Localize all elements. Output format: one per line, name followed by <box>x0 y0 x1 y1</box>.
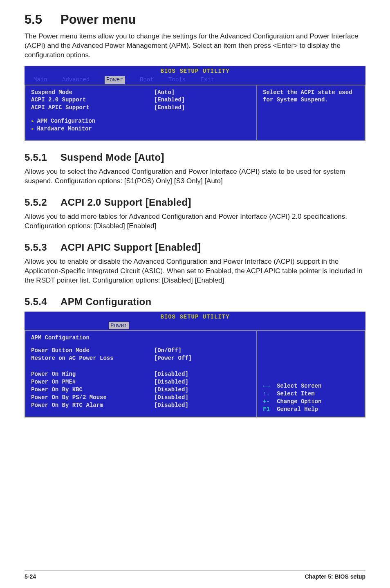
page-footer: 5-24 Chapter 5: BIOS setup <box>25 570 365 580</box>
bios-row-value: [Disabled] <box>154 378 188 386</box>
bios-row-value: [Disabled] <box>154 370 188 378</box>
bios-row-label: Power On By PS/2 Mouse <box>31 394 154 402</box>
bios-row-label: ACPI APIC Support <box>31 104 154 112</box>
bios-row-label: Suspend Mode <box>31 89 154 97</box>
bios-nav-key: ↑↓ <box>263 390 277 398</box>
bios-row: ACPI APIC Support [Enabled] <box>31 104 251 112</box>
bios-row: Power On Ring [Disabled] <box>31 370 251 378</box>
bios-nav-key: F1 <box>263 406 277 413</box>
bios-row: ACPI 2.0 Support [Enabled] <box>31 96 251 104</box>
bios-row-value: [Auto] <box>154 89 175 97</box>
bios-row-label: Power On By KBC <box>31 386 154 394</box>
bios-help-text: Select the ACPI state used for System Su… <box>263 89 359 104</box>
bios-row-value: [On/Off] <box>154 347 182 355</box>
bios-tab-advanced: Advanced <box>62 76 90 84</box>
subsection-heading: 5.5.2ACPI 2.0 Support [Enabled] <box>25 197 365 208</box>
page-number: 5-24 <box>25 573 36 580</box>
bios-row-label: Power On By RTC Alarm <box>31 402 154 409</box>
chapter-label: Chapter 5: BIOS setup <box>305 573 365 580</box>
bios-row-value: [Disabled] <box>154 394 188 402</box>
bios-row-value: [Enabled] <box>154 96 185 104</box>
bios-row-value: [Disabled] <box>154 386 188 394</box>
bios-tab-main: Main <box>34 76 47 84</box>
intro-paragraph: The Power menu items allow you to change… <box>25 32 365 60</box>
bios-row: Restore on AC Power Loss [Power Off] <box>31 355 251 362</box>
bios-nav-key: +- <box>263 398 277 406</box>
subsection-title: APM Configuration <box>61 296 151 307</box>
subsection-body: Allows you to add more tables for Advanc… <box>25 212 365 231</box>
bios-pane-title: APM Configuration <box>31 334 251 342</box>
bios-submenu: Hardware Monitor <box>31 125 251 133</box>
bios-header: BIOS SETUP UTILITY <box>25 312 365 322</box>
bios-nav-label: Select Item <box>277 391 314 397</box>
bios-nav-label: Change Option <box>277 398 321 405</box>
bios-tab-tools: Tools <box>168 76 186 84</box>
subsection-number: 5.5.4 <box>25 296 61 307</box>
subsection-body: Allows you to select the Advanced Config… <box>25 167 365 186</box>
bios-tab-exit: Exit <box>201 76 215 84</box>
bios-row-label: Power On Ring <box>31 370 154 378</box>
bios-screenshot-power-menu: BIOS SETUP UTILITY Main Advanced Power B… <box>25 66 365 141</box>
section-heading: 5.5Power menu <box>25 12 365 27</box>
subsection-title: ACPI APIC Support [Enabled] <box>61 242 201 253</box>
subsection-heading: 5.5.3ACPI APIC Support [Enabled] <box>25 242 365 253</box>
bios-tab-bar: Main Advanced Power Boot Tools Exit <box>25 76 365 85</box>
bios-header: BIOS SETUP UTILITY <box>25 66 365 76</box>
subsection-number: 5.5.3 <box>25 242 61 253</box>
bios-row-label: ACPI 2.0 Support <box>31 96 154 104</box>
subsection-heading: 5.5.4APM Configuration <box>25 296 365 307</box>
bios-row-value: [Enabled] <box>154 104 185 112</box>
bios-screenshot-apm-config: BIOS SETUP UTILITY Power APM Configurati… <box>25 312 365 417</box>
bios-row-label: Power Button Mode <box>31 347 154 355</box>
subsection-number: 5.5.1 <box>25 152 61 163</box>
subsection-title: ACPI 2.0 Support [Enabled] <box>61 197 191 208</box>
bios-nav-row: ↑↓Select Item <box>263 390 359 398</box>
heading-text: Power menu <box>61 12 136 27</box>
heading-number: 5.5 <box>25 12 61 27</box>
bios-row: Power On By PS/2 Mouse [Disabled] <box>31 394 251 402</box>
subsection-heading: 5.5.1Suspend Mode [Auto] <box>25 152 365 163</box>
bios-nav-row: F1General Help <box>263 406 359 413</box>
bios-tab-power: Power <box>105 76 125 84</box>
subsection-body: Allows you to enable or disable the Adva… <box>25 257 365 285</box>
bios-nav-key: ←→ <box>263 382 277 390</box>
bios-nav-row: +-Change Option <box>263 398 359 406</box>
subsection-number: 5.5.2 <box>25 197 61 208</box>
bios-row-label: Restore on AC Power Loss <box>31 355 154 362</box>
bios-left-pane: Suspend Mode [Auto] ACPI 2.0 Support [En… <box>25 85 256 141</box>
bios-help-pane: Select the ACPI state used for System Su… <box>256 85 365 141</box>
bios-nav-pane: ←→Select Screen ↑↓Select Item +-Change O… <box>256 330 365 417</box>
bios-tab-power: Power <box>109 322 129 330</box>
bios-row-label: Power On PME# <box>31 378 154 386</box>
bios-row: Power On PME# [Disabled] <box>31 378 251 386</box>
bios-row: Power Button Mode [On/Off] <box>31 347 251 355</box>
bios-nav-label: Select Screen <box>277 383 321 389</box>
bios-tab-boot: Boot <box>140 76 154 84</box>
bios-nav-row: ←→Select Screen <box>263 382 359 390</box>
bios-nav-label: General Help <box>277 406 318 413</box>
bios-tab-bar: Power <box>25 322 365 330</box>
bios-submenu: APM Configuration <box>31 117 251 125</box>
bios-body: Suspend Mode [Auto] ACPI 2.0 Support [En… <box>25 85 365 141</box>
bios-row-value: [Disabled] <box>154 402 188 409</box>
bios-row: Power On By KBC [Disabled] <box>31 386 251 394</box>
bios-row-value: [Power Off] <box>154 355 192 362</box>
bios-body: APM Configuration Power Button Mode [On/… <box>25 330 365 417</box>
bios-row: Power On By RTC Alarm [Disabled] <box>31 402 251 409</box>
subsection-title: Suspend Mode [Auto] <box>61 152 164 163</box>
bios-row: Suspend Mode [Auto] <box>31 89 251 97</box>
bios-left-pane: APM Configuration Power Button Mode [On/… <box>25 330 256 417</box>
